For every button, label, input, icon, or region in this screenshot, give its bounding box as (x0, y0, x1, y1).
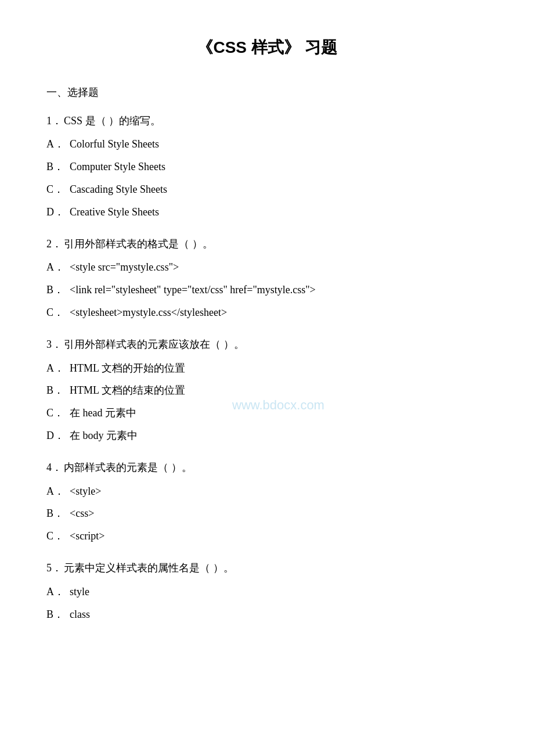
section-heading: 一、选择题 (46, 84, 488, 101)
question-1: 1． CSS 是（ ）的缩写。 (46, 113, 488, 129)
question-3: 3． 引用外部样式表的元素应该放在（ ）。 (46, 336, 488, 353)
question-4-number: 4． (46, 459, 64, 476)
question-1-option-b: B． Computer Style Sheets (46, 159, 488, 175)
question-5-option-a: A． style (46, 584, 488, 600)
q2-option-b-text: <link rel="stylesheet" type="text/css" h… (70, 282, 488, 298)
option-c-text: Cascading Style Sheets (70, 181, 488, 198)
q4-option-a-letter: A． (46, 483, 70, 500)
q5-option-a-letter: A． (46, 584, 70, 600)
q2-option-c-letter: C． (46, 304, 70, 321)
q3-option-b-text: HTML 文档的结束的位置 (70, 382, 488, 399)
question-2-option-b: B． <link rel="stylesheet" type="text/css… (46, 282, 488, 298)
option-c-letter: C． (46, 181, 70, 198)
q2-option-b-letter: B． (46, 282, 70, 298)
question-5: 5． 元素中定义样式表的属性名是（ ）。 (46, 560, 488, 577)
option-a-text: Colorful Style Sheets (70, 136, 488, 153)
question-2-option-a: A． <style src="mystyle.css"> (46, 259, 488, 276)
question-2-option-c: C． <stylesheet>mystyle.css</stylesheet> (46, 304, 488, 321)
q3-option-a-letter: A． (46, 360, 70, 377)
q3-option-b-letter: B． (46, 382, 70, 399)
option-b-letter: B． (46, 159, 70, 175)
q3-option-a-text: HTML 文档的开始的位置 (70, 360, 488, 377)
q4-option-b-text: <css> (70, 505, 488, 522)
question-4-text: 内部样式表的元素是（ ）。 (64, 459, 488, 476)
question-1-number: 1． (46, 113, 64, 129)
question-3-option-b: B． HTML 文档的结束的位置 (46, 382, 488, 399)
question-2-text: 引用外部样式表的格式是（ ）。 (64, 236, 488, 253)
question-1-option-a: A． Colorful Style Sheets (46, 136, 488, 153)
option-b-text: Computer Style Sheets (70, 159, 488, 175)
question-4-option-a: A． <style> (46, 483, 488, 500)
option-d-letter: D． (46, 204, 70, 221)
page-title: 《CSS 样式》 习题 (46, 35, 488, 61)
q3-option-d-text: 在 body 元素中 (70, 427, 488, 444)
q5-option-a-text: style (70, 584, 488, 600)
q3-option-d-letter: D． (46, 427, 70, 444)
question-4-option-b: B． <css> (46, 505, 488, 522)
q2-option-a-letter: A． (46, 259, 70, 276)
question-2: 2． 引用外部样式表的格式是（ ）。 (46, 236, 488, 253)
question-3-option-d: D． 在 body 元素中 (46, 427, 488, 444)
q2-option-a-text: <style src="mystyle.css"> (70, 259, 488, 276)
q4-option-c-text: <script> (70, 528, 488, 545)
question-5-option-b: B． class (46, 606, 488, 623)
option-a-letter: A． (46, 136, 70, 153)
q3-option-c-letter: C． (46, 405, 70, 422)
question-5-number: 5． (46, 560, 64, 577)
question-3-option-a: A． HTML 文档的开始的位置 (46, 360, 488, 377)
q3-option-c-text: 在 head 元素中 (70, 405, 488, 422)
question-1-option-d: D． Creative Style Sheets (46, 204, 488, 221)
question-1-text: CSS 是（ ）的缩写。 (64, 113, 488, 129)
q2-option-c-text: <stylesheet>mystyle.css</stylesheet> (70, 304, 488, 321)
question-1-option-c: C． Cascading Style Sheets (46, 181, 488, 198)
q5-option-b-text: class (70, 606, 488, 623)
question-2-number: 2． (46, 236, 64, 253)
q4-option-a-text: <style> (70, 483, 488, 500)
q4-option-b-letter: B． (46, 505, 70, 522)
question-3-option-c: C． 在 head 元素中 (46, 405, 488, 422)
question-4: 4． 内部样式表的元素是（ ）。 (46, 459, 488, 476)
option-d-text: Creative Style Sheets (70, 204, 488, 221)
question-5-text: 元素中定义样式表的属性名是（ ）。 (64, 560, 488, 577)
question-3-text: 引用外部样式表的元素应该放在（ ）。 (64, 336, 488, 353)
question-3-number: 3． (46, 336, 64, 353)
q5-option-b-letter: B． (46, 606, 70, 623)
q4-option-c-letter: C． (46, 528, 70, 545)
question-4-option-c: C． <script> (46, 528, 488, 545)
